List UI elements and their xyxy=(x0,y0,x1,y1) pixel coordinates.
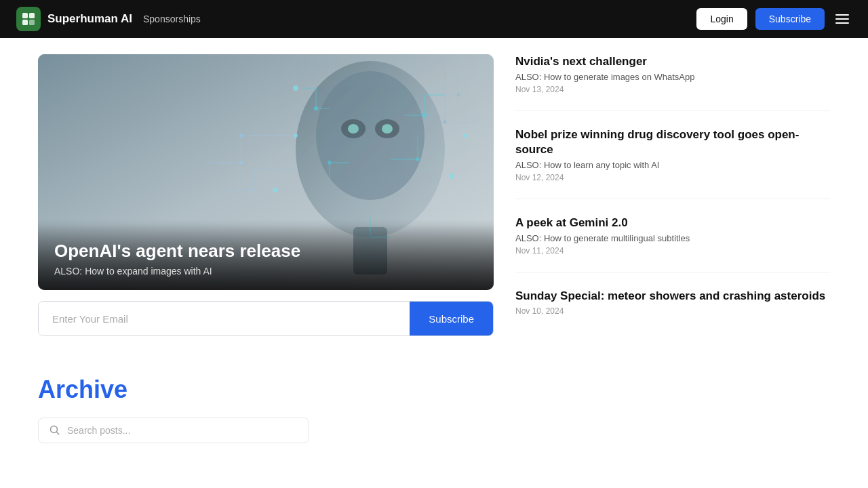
svg-rect-3 xyxy=(29,20,35,25)
site-title: Superhuman AI xyxy=(47,12,132,26)
header-right: Login Subscribe xyxy=(696,8,852,30)
left-column: OpenAI's agent nears release ALSO: How t… xyxy=(38,54,494,348)
article-date: Nov 12, 2024 xyxy=(515,173,830,182)
article-subtitle: ALSO: How to learn any topic with AI xyxy=(515,160,830,170)
article-date: Nov 10, 2024 xyxy=(515,306,830,316)
archive-section: Archive xyxy=(0,348,868,443)
svg-rect-1 xyxy=(29,13,35,18)
article-title: Nobel prize winning drug discovery tool … xyxy=(515,127,830,157)
main-content: OpenAI's agent nears release ALSO: How t… xyxy=(0,38,868,348)
subscribe-form-button[interactable]: Subscribe xyxy=(410,302,493,336)
search-icon xyxy=(50,425,60,436)
article-date: Nov 13, 2024 xyxy=(515,85,830,94)
header-left: Superhuman AI Sponsorships xyxy=(16,7,201,31)
article-item[interactable]: Nvidia's next challenger ALSO: How to ge… xyxy=(515,54,830,111)
article-subtitle: ALSO: How to generate images on WhatsApp xyxy=(515,72,830,82)
article-title: A peek at Gemini 2.0 xyxy=(515,216,830,230)
article-date: Nov 11, 2024 xyxy=(515,246,830,256)
search-wrapper xyxy=(38,418,309,443)
article-title: Sunday Special: meteor showers and crash… xyxy=(515,289,830,304)
svg-rect-2 xyxy=(22,20,28,25)
subscribe-form: Subscribe xyxy=(38,301,494,336)
logo-icon xyxy=(16,7,41,31)
nav-sponsorships[interactable]: Sponsorships xyxy=(143,14,201,24)
svg-rect-0 xyxy=(22,13,28,18)
hero-subtitle: ALSO: How to expand images with AI xyxy=(54,266,477,277)
search-posts-input[interactable] xyxy=(67,425,298,436)
header: Superhuman AI Sponsorships Login Subscri… xyxy=(0,0,868,38)
hero-image[interactable]: OpenAI's agent nears release ALSO: How t… xyxy=(38,54,494,290)
right-column: Nvidia's next challenger ALSO: How to ge… xyxy=(515,54,830,348)
logo-link[interactable]: Superhuman AI xyxy=(16,7,132,31)
article-item[interactable]: Nobel prize winning drug discovery tool … xyxy=(515,127,830,199)
hero-title: OpenAI's agent nears release xyxy=(54,241,477,262)
svg-line-54 xyxy=(57,432,60,435)
email-input[interactable] xyxy=(39,302,410,336)
article-title: Nvidia's next challenger xyxy=(515,54,830,69)
article-subtitle: ALSO: How to generate multilingual subti… xyxy=(515,233,830,243)
hero-overlay: OpenAI's agent nears release ALSO: How t… xyxy=(38,224,494,290)
hamburger-menu-button[interactable] xyxy=(833,12,852,26)
subscribe-header-button[interactable]: Subscribe xyxy=(755,8,825,30)
login-button[interactable]: Login xyxy=(696,8,747,30)
archive-title: Archive xyxy=(38,375,830,404)
article-item[interactable]: Sunday Special: meteor showers and crash… xyxy=(515,289,830,332)
article-item[interactable]: A peek at Gemini 2.0 ALSO: How to genera… xyxy=(515,216,830,272)
